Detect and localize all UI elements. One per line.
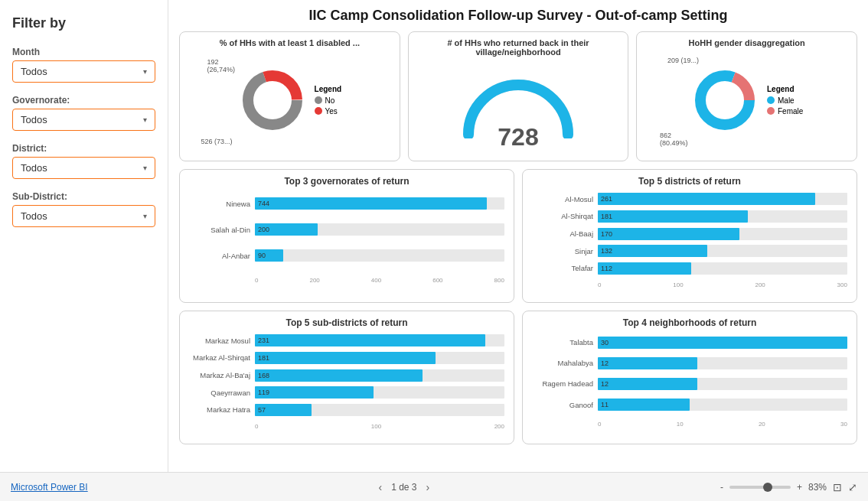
chart-subdistricts-title: Top 5 sub-districts of return: [189, 317, 504, 328]
footer-nav: ‹ 1 de 3 ›: [378, 481, 429, 493]
chart-districts: Top 5 districts of return Al-Mosul 261 A…: [522, 169, 857, 303]
chart-governorates: Top 3 governorates of return Ninewa 744 …: [179, 169, 514, 303]
legend-label-yes: Yes: [325, 107, 338, 115]
bar-row-mosul: Al-Mosul 261: [532, 193, 847, 205]
axis-sub-200: 200: [494, 423, 504, 430]
bar-value-ragem: 12: [601, 380, 609, 388]
bar-row-talabta: Talabta 30: [532, 337, 847, 349]
card-hhs-returned: # of HHs who returned back in their vill…: [408, 31, 629, 161]
bar-chart-subdistricts: Markaz Mosul 231 Markaz Al-Shirqat 181: [189, 333, 504, 431]
bar-label-talabta: Talabta: [532, 338, 593, 346]
bar-value-shirqat: 181: [601, 213, 612, 220]
next-page-button[interactable]: ›: [426, 481, 430, 493]
axis-labels-dist: 0 100 200 300: [598, 281, 847, 288]
top-row: % of HHs with at least 1 disabled ... 19…: [179, 31, 857, 161]
filter-district: District: Todos ▾: [12, 143, 155, 179]
filter-governorate: Governorate: Todos ▾: [12, 95, 155, 131]
zoom-minus-icon[interactable]: -: [720, 482, 723, 493]
axis-row-gov: 0 200 400 600 800: [189, 277, 504, 284]
donut1-label-yes: 192(26,74%): [207, 58, 236, 73]
bar-row-qaeyrrawan: Qaeyrrawan 119: [189, 386, 504, 399]
bar-fill-ragem: 12: [598, 378, 697, 390]
chevron-down-icon-3: ▾: [143, 164, 147, 172]
legend-label-male: Male: [778, 96, 795, 105]
legend-title-1: Legend: [315, 85, 342, 93]
axis-neigh-20: 20: [759, 421, 765, 428]
card-gender-title: HoHH gender disaggregation: [644, 38, 849, 47]
fullscreen-icon[interactable]: ⤢: [848, 481, 857, 493]
card-gender: HoHH gender disaggregation 209 (19...) 8…: [636, 31, 857, 161]
bar-track-anbar: 90: [255, 249, 504, 262]
bar-row-markaz-hatra: Markaz Hatra 57: [189, 404, 504, 416]
bar-value-ninewa: 744: [258, 200, 269, 207]
chart-governorates-title: Top 3 governorates of return: [189, 176, 504, 187]
footer-right: - + 83% ⊡ ⤢: [720, 481, 857, 493]
bar-row-ninewa: Ninewa 744: [189, 197, 504, 210]
axis-600: 600: [432, 277, 442, 284]
bar-fill-baaj: 170: [598, 228, 739, 240]
card-disabled-hhs-title: % of HHs with at least 1 disabled ...: [188, 38, 392, 47]
filter-month-select[interactable]: Todos ▾: [12, 60, 155, 83]
bar-label-anbar: Al-Anbar: [189, 252, 250, 260]
bar-label-qaeyrrawan: Qaeyrrawan: [189, 389, 250, 397]
bar-row-shirqat: Al-Shirqat 181: [532, 210, 847, 223]
filter-month: Month Todos ▾: [12, 47, 155, 83]
bar-value-mahalabya: 12: [601, 359, 609, 367]
legend-item-female: Female: [767, 107, 803, 115]
prev-page-button[interactable]: ‹: [378, 481, 382, 493]
legend-title-2: Legend: [767, 85, 803, 93]
axis-neigh-10: 10: [677, 421, 684, 428]
axis-0: 0: [255, 277, 258, 284]
bar-track-ragem: 12: [598, 378, 847, 390]
sidebar: Filter by Month Todos ▾ Governorate: Tod…: [0, 0, 168, 472]
bar-fill-ninewa: 744: [255, 197, 487, 210]
donut-gender: 209 (19...) 862(80.49%) Legend Male: [644, 50, 849, 151]
zoom-plus-icon[interactable]: +: [797, 482, 802, 493]
brand-link[interactable]: Microsoft Power BI: [11, 482, 88, 493]
bar-row-baaj: Al-Baaj 170: [532, 228, 847, 240]
bar-label-mosul: Al-Mosul: [532, 195, 593, 203]
bar-value-anbar: 90: [258, 252, 266, 259]
zoom-slider-track: [729, 486, 791, 489]
fit-page-icon[interactable]: ⊡: [833, 481, 842, 493]
gauge-value: 728: [498, 123, 538, 151]
filter-subdistrict-value: Todos: [21, 210, 47, 222]
bar-chart-governorates: Ninewa 744 Salah al-Din 200: [189, 191, 504, 290]
sidebar-title: Filter by: [12, 15, 155, 31]
bar-value-telafar: 112: [601, 265, 612, 272]
axis-neigh-0: 0: [598, 421, 601, 428]
axis-row-subdistrict: 0 100 200: [189, 423, 504, 430]
filter-month-label: Month: [12, 47, 155, 57]
filter-subdistrict-select[interactable]: Todos ▾: [12, 205, 155, 227]
bar-label-mahalabya: Mahalabya: [532, 359, 593, 367]
bar-track-ganoof: 11: [598, 399, 847, 411]
axis-labels-neigh: 0 10 20 30: [598, 421, 847, 428]
filter-subdistrict: Sub-District: Todos ▾: [12, 191, 155, 227]
chart-neighborhoods: Top 4 neighborhoods of return Talabta 30…: [522, 311, 857, 444]
bar-fill-sinjar: 132: [598, 245, 707, 257]
bar-value-markaz-mosul: 231: [258, 337, 269, 344]
bar-row-anbar: Al-Anbar 90: [189, 249, 504, 262]
bar-row-salah: Salah al-Din 200: [189, 223, 504, 236]
zoom-slider-thumb[interactable]: [763, 483, 772, 492]
filter-subdistrict-label: Sub-District:: [12, 191, 155, 202]
legend-dot-male: [767, 96, 775, 104]
bar-fill-talabta: 30: [598, 337, 847, 349]
axis-800: 800: [494, 277, 504, 284]
bar-track-mosul: 261: [598, 193, 847, 205]
filter-district-select[interactable]: Todos ▾: [12, 157, 155, 179]
chart-districts-title: Top 5 districts of return: [532, 176, 847, 187]
bar-fill-shirqat: 181: [598, 210, 748, 223]
filter-governorate-select[interactable]: Todos ▾: [12, 109, 155, 131]
bar-label-ganoof: Ganoof: [532, 401, 593, 409]
bar-track-ninewa: 744: [255, 197, 504, 210]
bar-row-markaz-mosul: Markaz Mosul 231: [189, 334, 504, 346]
bar-value-sinjar: 132: [601, 247, 612, 255]
pagination-label: 1 de 3: [391, 482, 416, 493]
bar-value-markaz-hatra: 57: [258, 406, 266, 414]
filter-district-label: District:: [12, 143, 155, 154]
legend-item-male: Male: [767, 96, 803, 105]
axis-sub-0: 0: [255, 423, 258, 430]
bot-row: Top 5 sub-districts of return Markaz Mos…: [179, 311, 857, 444]
filter-district-value: Todos: [21, 162, 47, 174]
